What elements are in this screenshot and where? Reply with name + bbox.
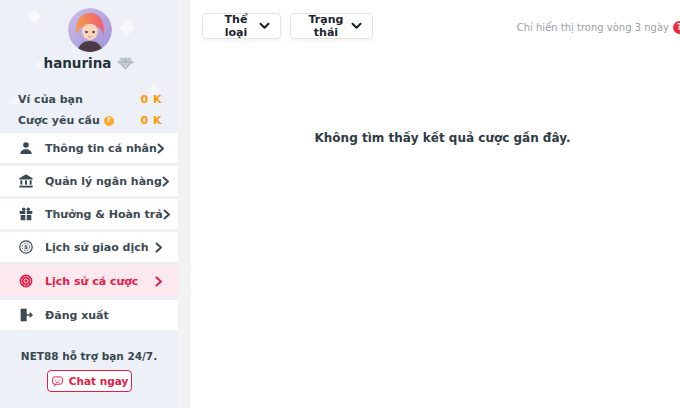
sidebar-item-label: Quản lý ngân hàng [45, 175, 162, 188]
required-bet-label: Cược yêu cầu ? [18, 114, 114, 127]
account-page: hanurina Ví của bạn 0 K Cược yêu cầu ? 0… [0, 0, 680, 408]
chat-now-label: Chat ngay [69, 375, 129, 387]
user-row: hanurina [0, 55, 178, 71]
filter-dropdown-1[interactable]: Trạng thái [290, 13, 373, 39]
filter-dropdown-label: Thể loại [213, 13, 259, 39]
chevron-right-icon [162, 176, 170, 187]
sidebar-menu: Thông tin cá nhânQuản lý ngân hàngThưởng… [0, 133, 178, 333]
required-bet-value: 0 K [140, 114, 162, 127]
poker-chip-icon [18, 273, 34, 289]
chevron-right-icon [163, 209, 171, 220]
sidebar-divider [178, 0, 191, 408]
sidebar-item-label: Thưởng & Hoàn trả [45, 208, 163, 221]
sidebar-item-4[interactable]: Lịch sử cá cược [0, 265, 178, 297]
wallet-value: 0 K [140, 93, 162, 106]
sidebar-item-2[interactable]: Thưởng & Hoàn trả [0, 199, 178, 229]
sidebar-item-0[interactable]: Thông tin cá nhân [0, 133, 178, 163]
sidebar-item-label: Lịch sử cá cược [45, 275, 155, 288]
chevron-right-icon [155, 276, 163, 287]
sidebar-item-5[interactable]: Đăng xuất [0, 300, 178, 330]
avatar[interactable] [68, 8, 112, 52]
pattern-diamond-icon [28, 10, 41, 23]
main-content: Thể loạiTrạng thái Chỉ hiển thị trong vò… [191, 0, 680, 408]
support-text: NET88 hỗ trợ bạn 24/7. [0, 350, 178, 362]
display-window-notice: Chỉ hiển thị trong vòng 3 ngày ? [517, 21, 680, 34]
display-window-notice-text: Chỉ hiển thị trong vòng 3 ngày [517, 22, 669, 33]
required-bet-row: Cược yêu cầu ? 0 K [18, 110, 162, 131]
sidebar-item-1[interactable]: Quản lý ngân hàng [0, 166, 178, 196]
help-icon[interactable]: ? [104, 116, 114, 126]
gift-icon [18, 206, 34, 222]
silver-gem-icon [117, 57, 134, 70]
wallet-section: Ví của bạn 0 K Cược yêu cầu ? 0 K [18, 89, 162, 131]
notice-help-icon[interactable]: ? [673, 21, 680, 34]
coin-history-icon: $ [18, 239, 34, 255]
chat-now-button[interactable]: Chat ngay [47, 370, 132, 392]
chevron-right-icon [155, 242, 163, 253]
wallet-row: Ví của bạn 0 K [18, 89, 162, 110]
svg-text:$: $ [24, 244, 28, 250]
filter-dropdown-0[interactable]: Thể loại [202, 13, 281, 39]
username: hanurina [44, 55, 112, 71]
chevron-down-icon [259, 22, 270, 30]
sidebar-item-label: Đăng xuất [45, 309, 163, 322]
sidebar: hanurina Ví của bạn 0 K Cược yêu cầu ? 0… [0, 0, 178, 408]
logout-icon [18, 307, 34, 323]
chevron-down-icon [351, 22, 362, 30]
filter-dropdown-label: Trạng thái [301, 13, 351, 39]
wallet-label: Ví của bạn [18, 93, 83, 106]
chevron-right-icon [157, 143, 165, 154]
person-icon [18, 140, 34, 156]
filter-bar: Thể loạiTrạng thái Chỉ hiển thị trong vò… [202, 13, 680, 41]
sidebar-item-3[interactable]: $Lịch sử giao dịch [0, 232, 178, 262]
bank-icon [18, 173, 34, 189]
pattern-diamond-icon [120, 20, 136, 36]
sidebar-item-label: Lịch sử giao dịch [45, 241, 155, 254]
empty-state-message: Không tìm thấy kết quả cược gần đây. [191, 131, 680, 145]
sidebar-item-label: Thông tin cá nhân [45, 142, 157, 155]
chat-smiley-icon [51, 375, 64, 388]
